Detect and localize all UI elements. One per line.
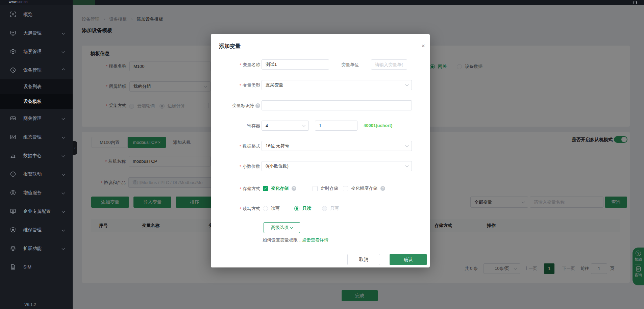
help-circle-icon[interactable]: ? — [255, 103, 260, 108]
storage-mode-label: * 存储方式 — [214, 186, 260, 192]
variable-name-input[interactable] — [262, 59, 329, 70]
sidebar-item-device-list[interactable]: 设备列表 — [0, 79, 73, 94]
checkbox-icon[interactable] — [313, 186, 318, 191]
sidebar-item-extensions[interactable]: 扩展功能 — [0, 239, 73, 258]
device-mgmt-submenu: 设备列表 设备模板 — [0, 79, 73, 109]
storage-option-timed[interactable]: 定时存储 — [313, 185, 338, 191]
sidebar-item-gateway-mgmt[interactable]: 网关管理 — [0, 109, 73, 128]
radio-selected-icon[interactable] — [294, 206, 299, 211]
help-circle-icon[interactable]: ? — [292, 186, 296, 191]
alert-icon — [10, 171, 16, 177]
sidebar-item-label: 场景管理 — [23, 49, 42, 55]
modal-close-icon[interactable]: × — [421, 43, 425, 49]
chevron-down-icon — [62, 117, 65, 120]
chevron-down-icon — [62, 191, 65, 195]
identifier-input[interactable] — [262, 100, 412, 110]
sidebar-item-label: 报警联动 — [23, 171, 42, 177]
topbar-app-icon[interactable] — [634, 1, 637, 4]
topbar-active-tab[interactable] — [73, 0, 95, 5]
rw-option-readwrite[interactable]: 读写 — [263, 205, 280, 211]
sidebar-item-enterprise-config[interactable]: 企业专属配置 — [0, 202, 73, 221]
radio-disabled-icon — [322, 206, 327, 211]
rw-option-writeonly: 只写 — [322, 205, 339, 211]
site-logo: www.usr.cn — [9, 0, 28, 4]
register-type-select[interactable]: 4 — [262, 121, 309, 131]
chevron-up-icon — [62, 69, 65, 72]
sidebar-item-label: 大屏管理 — [23, 30, 42, 36]
chevron-down-icon — [62, 31, 65, 35]
permission-hint: 如何设置变量权限，点击查看详情 — [263, 237, 328, 243]
decimal-select[interactable]: 0(小数位数) — [262, 161, 412, 171]
chevron-down-icon — [62, 154, 65, 157]
cancel-button[interactable]: 取消 — [347, 254, 380, 265]
register-label: 寄存器 — [214, 123, 260, 129]
variable-unit-label: 变量单位 — [340, 62, 359, 68]
sidebar-item-alarm-linkage[interactable]: 报警联动 — [0, 165, 73, 183]
chevron-down-icon — [62, 210, 65, 213]
add-variable-modal: 添加变量 × * 变量名称 变量单位 * 变量类型 直采变量 变量标识符 ? 寄… — [211, 34, 430, 267]
sidebar-item-label: 设备列表 — [23, 84, 42, 90]
sidebar-item-data-center[interactable]: 数据中心 — [0, 146, 73, 165]
sidebar-item-label: 增值服务 — [23, 190, 42, 196]
yuan-circle-icon — [10, 190, 16, 196]
chevron-down-icon — [62, 173, 65, 176]
sidebar-item-value-services[interactable]: 增值服务 — [0, 183, 73, 202]
register-address-input[interactable] — [315, 121, 357, 131]
layers-icon — [10, 246, 16, 251]
sidebar-item-overview[interactable]: 概览 — [0, 5, 73, 24]
screen-icon — [10, 30, 16, 36]
modal-title: 添加变量 — [219, 43, 241, 50]
sidebar-item-label: 设备管理 — [23, 67, 42, 73]
sidebar-item-label: 企业专属配置 — [23, 208, 51, 214]
decimal-label: * 小数位数 — [214, 163, 260, 170]
sidebar-item-label: 维保管理 — [23, 227, 42, 233]
chevron-down-icon — [405, 164, 409, 168]
chevron-down-icon — [62, 228, 65, 232]
rw-option-readonly[interactable]: 只读 — [294, 205, 311, 211]
sidebar-item-label: 设备模板 — [23, 99, 42, 105]
code-screen-icon — [10, 208, 16, 214]
storage-option-change-range[interactable]: 变化幅度存储 ? — [343, 185, 385, 191]
identifier-label: 变量标识符 ? — [214, 103, 260, 109]
sidebar-item-device-template[interactable]: 设备模板 — [0, 94, 73, 109]
cube-icon — [10, 49, 16, 54]
radio-icon[interactable] — [263, 206, 268, 211]
data-format-label: * 数据格式 — [214, 143, 260, 149]
advanced-options-button[interactable]: 高级选项 — [264, 222, 300, 233]
top-bar: www.usr.cn — [0, 0, 644, 5]
gateway-icon — [10, 115, 16, 121]
sidebar-item-scada-mgmt[interactable]: 组态管理 — [0, 128, 73, 146]
sidebar-item-label: 扩展功能 — [23, 246, 42, 252]
sidebar-item-label: 组态管理 — [23, 134, 42, 140]
shield-icon — [10, 227, 16, 233]
chevron-down-icon — [405, 144, 409, 147]
sidebar-item-label: 网关管理 — [23, 115, 42, 122]
storage-option-on-change[interactable]: 变化存储 ? — [263, 185, 296, 191]
sidebar-item-sim[interactable]: SIM — [0, 258, 73, 276]
sidebar-item-label: 概览 — [23, 11, 32, 18]
image-icon — [10, 134, 16, 140]
chevron-down-icon — [62, 135, 65, 139]
sidebar-item-screen-mgmt[interactable]: 大屏管理 — [0, 24, 73, 42]
chevron-down-icon — [290, 226, 293, 228]
permission-detail-link[interactable]: 点击查看详情 — [302, 237, 328, 242]
sidebar-item-maintenance-mgmt[interactable]: 维保管理 — [0, 221, 73, 239]
pie-icon — [10, 67, 16, 73]
help-circle-icon[interactable]: ? — [380, 186, 385, 191]
bar-chart-icon — [10, 153, 16, 158]
chevron-down-icon — [302, 124, 306, 127]
variable-type-label: * 变量类型 — [214, 82, 260, 88]
variable-type-select[interactable]: 直采变量 — [262, 80, 412, 90]
checkbox-icon[interactable] — [343, 186, 348, 191]
sidebar-item-device-mgmt[interactable]: 设备管理 — [0, 61, 73, 79]
sidebar-item-scene-mgmt[interactable]: 场景管理 — [0, 42, 73, 61]
register-address-hint: 40001(ushort) — [364, 123, 392, 128]
checkbox-checked-icon[interactable] — [263, 186, 268, 191]
variable-unit-input[interactable] — [371, 59, 407, 70]
confirm-button[interactable]: 确认 — [390, 254, 427, 265]
data-format-select[interactable]: 16位 无符号 — [262, 141, 412, 151]
rw-mode-label: * 读写方式 — [214, 206, 260, 212]
sim-card-icon — [10, 264, 16, 270]
app-version: V6.1.2 — [24, 302, 36, 307]
overview-icon — [10, 11, 16, 17]
